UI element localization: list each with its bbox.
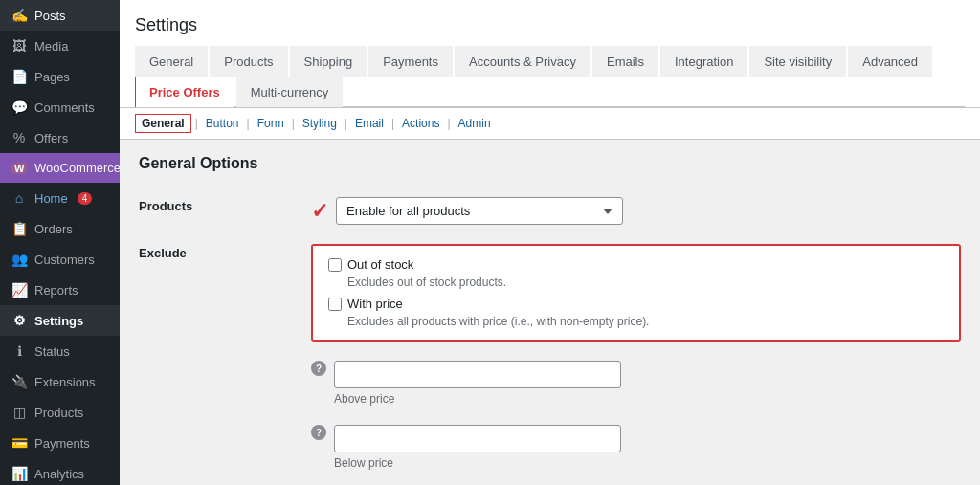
with-price-text: With price [347, 297, 403, 311]
sidebar-item-comments[interactable]: 💬 Comments [0, 92, 120, 122]
sidebar-item-label: Analytics [34, 467, 84, 481]
sidebar-item-pages[interactable]: 📄 Pages [0, 61, 120, 92]
content-area: General Options Products ✓ Enable for al… [120, 140, 980, 485]
above-price-input-group: Above price [334, 361, 621, 406]
separator-2: | [247, 117, 250, 130]
payments-icon: 💳 [11, 435, 27, 451]
below-price-field: ? Below price [311, 425, 961, 470]
sidebar-item-label: WooCommerce [34, 161, 120, 175]
sidebar-item-label: Payments [34, 436, 90, 451]
above-price-spacer [139, 351, 311, 415]
media-icon: 🖼 [11, 38, 27, 54]
sidebar-item-status[interactable]: ℹ Status [0, 336, 120, 366]
sidebar-item-customers[interactable]: 👥 Customers [0, 244, 120, 275]
above-price-label: Above price [334, 392, 621, 406]
section-title: General Options [139, 155, 961, 172]
customers-icon: 👥 [11, 252, 27, 267]
sidebar-item-label: Orders [34, 222, 73, 236]
tab-accounts-privacy[interactable]: Accounts & Privacy [455, 46, 590, 77]
sub-tab-styling[interactable]: Styling [299, 115, 341, 132]
separator-6: | [447, 117, 450, 130]
form-table: Products ✓ Enable for all products Disab… [139, 187, 961, 485]
comments-icon: 💬 [11, 99, 27, 115]
products-dropdown[interactable]: Enable for all products Disable for all … [336, 197, 623, 225]
user-visibility-spacer [139, 479, 311, 485]
sidebar-item-label: Comments [34, 100, 95, 115]
sub-tab-email[interactable]: Email [351, 115, 388, 132]
sidebar-item-woocommerce[interactable]: W WooCommerce [0, 153, 120, 183]
tab-shipping[interactable]: Shipping [290, 46, 368, 77]
sidebar-item-orders[interactable]: 📋 Orders [0, 213, 120, 244]
sidebar-item-label: Offers [34, 131, 68, 145]
sub-tab-admin[interactable]: Admin [455, 115, 495, 132]
below-price-input[interactable] [334, 425, 621, 452]
tab-advanced[interactable]: Advanced [848, 46, 932, 77]
sidebar-item-analytics[interactable]: 📊 Analytics [0, 458, 120, 485]
tab-general[interactable]: General [135, 46, 208, 77]
sub-tab-actions[interactable]: Actions [398, 115, 443, 132]
tab-products[interactable]: Products [210, 46, 287, 77]
sub-tab-nav: General | Button | Form | Styling | Emai… [120, 108, 980, 140]
separator-1: | [195, 117, 198, 130]
pages-icon: 📄 [11, 69, 27, 84]
separator-5: | [391, 117, 394, 130]
exclude-with-price: With price Excludes all products with pr… [328, 297, 944, 328]
above-price-help-icon[interactable]: ? [311, 361, 326, 376]
sidebar-item-posts[interactable]: ✍ Posts [0, 0, 120, 31]
tab-price-offers[interactable]: Price Offers [135, 77, 234, 107]
with-price-checkbox[interactable] [328, 298, 342, 311]
out-of-stock-checkbox[interactable] [328, 258, 342, 272]
sidebar-item-label: Status [34, 344, 70, 359]
sidebar-item-home[interactable]: ⌂ Home 4 [0, 183, 120, 213]
orders-icon: 📋 [11, 221, 27, 236]
page-title: Settings [135, 8, 965, 45]
posts-icon: ✍ [11, 8, 27, 23]
products-field-value: ✓ Enable for all products Disable for al… [311, 197, 961, 225]
sidebar-item-offers[interactable]: % Offers [0, 122, 120, 153]
sidebar-item-label: Reports [34, 283, 78, 298]
sidebar-item-products[interactable]: ◫ Products [0, 397, 120, 428]
extensions-icon: 🔌 [11, 374, 27, 389]
exclude-box: Out of stock Excludes out of stock produ… [311, 244, 961, 342]
checkmark-icon: ✓ [311, 199, 328, 224]
sidebar-item-settings[interactable]: ⚙ Settings [0, 305, 120, 336]
below-price-help-icon[interactable]: ? [311, 425, 326, 440]
below-price-spacer [139, 415, 311, 479]
separator-3: | [292, 117, 295, 130]
tab-emails[interactable]: Emails [592, 46, 658, 77]
with-price-label[interactable]: With price [328, 297, 944, 311]
products-row: Products ✓ Enable for all products Disab… [139, 187, 961, 234]
main-wrapper: Settings General Products Shipping Payme… [120, 0, 980, 485]
tab-site-visibility[interactable]: Site visibility [749, 46, 846, 77]
above-price-row: ? Above price [139, 351, 961, 415]
analytics-icon: 📊 [11, 466, 27, 481]
sidebar-item-media[interactable]: 🖼 Media [0, 31, 120, 61]
sub-tab-form[interactable]: Form [254, 115, 288, 132]
sidebar-item-label: Posts [34, 9, 66, 23]
above-price-input[interactable] [334, 361, 621, 388]
sidebar-item-label: Media [34, 39, 68, 54]
sidebar-item-reports[interactable]: 📈 Reports [0, 275, 120, 305]
sidebar-item-label: Home [34, 191, 68, 206]
separator-4: | [345, 117, 347, 130]
home-icon: ⌂ [11, 190, 27, 206]
sidebar-item-payments[interactable]: 💳 Payments [0, 428, 120, 458]
sub-tab-button[interactable]: Button [202, 115, 243, 132]
status-icon: ℹ [11, 343, 27, 359]
products-field-label: Products [139, 187, 311, 234]
settings-header: Settings General Products Shipping Payme… [120, 0, 980, 108]
offers-icon: % [11, 130, 27, 145]
sub-tab-general[interactable]: General [135, 114, 191, 133]
below-price-label: Below price [334, 456, 621, 470]
tab-multi-currency[interactable]: Multi-currency [236, 77, 344, 107]
sidebar-item-label: Customers [34, 253, 95, 267]
above-price-field: ? Above price [311, 361, 961, 406]
sidebar-item-extensions[interactable]: 🔌 Extensions [0, 366, 120, 397]
tab-integration[interactable]: Integration [660, 46, 747, 77]
exclude-out-of-stock: Out of stock Excludes out of stock produ… [328, 257, 944, 289]
home-badge: 4 [78, 192, 93, 205]
sidebar-item-label: Pages [34, 70, 70, 84]
tab-payments[interactable]: Payments [368, 46, 453, 77]
settings-icon: ⚙ [11, 313, 27, 328]
out-of-stock-label[interactable]: Out of stock [328, 257, 944, 272]
